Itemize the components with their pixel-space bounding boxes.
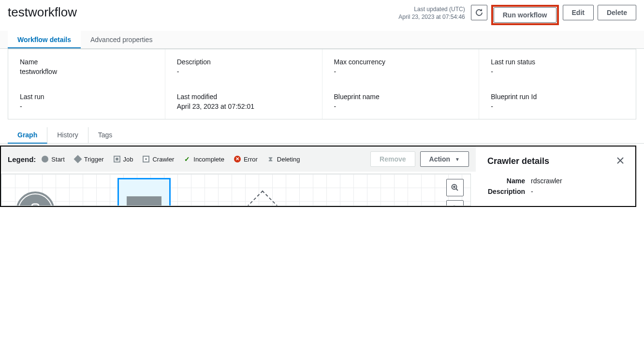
- detail-blueprintname-label: Blueprint name: [334, 93, 468, 101]
- legend-incomplete: ✓Incomplete: [184, 156, 224, 163]
- detail-maxconc-label: Max concurrency: [334, 58, 468, 66]
- last-updated: Last updated (UTC) April 23, 2023 at 07:…: [398, 5, 465, 21]
- tab-graph[interactable]: Graph: [8, 127, 47, 144]
- detail-lastrun-label: Last run: [20, 93, 153, 101]
- start-icon: [42, 156, 48, 162]
- zoom-out-button[interactable]: [446, 200, 464, 206]
- crawler-icon: [143, 156, 149, 162]
- page-title: testworkflow: [8, 5, 398, 20]
- legend-deleting: ⧗Deleting: [267, 156, 300, 163]
- hourglass-icon: ⧗: [267, 156, 274, 162]
- svg-point-4: [452, 206, 457, 206]
- zoom-in-icon: [451, 184, 459, 191]
- delete-button[interactable]: Delete: [598, 5, 636, 20]
- edit-button[interactable]: Edit: [563, 5, 594, 20]
- detail-name-label: Name: [20, 58, 153, 66]
- close-icon: [617, 157, 624, 164]
- zoom-in-button[interactable]: [446, 179, 464, 196]
- detail-blueprintrunid-label: Blueprint run Id: [491, 93, 624, 101]
- action-button[interactable]: Action▼: [420, 151, 469, 167]
- run-workflow-highlight: Run workflow: [491, 5, 559, 25]
- legend: Legend: Start Trigger Job Crawler ✓Incom…: [1, 147, 476, 172]
- crawler-details-panel: Crawler details Name rdscrawler Descript…: [476, 147, 635, 206]
- detail-blueprintname-value: -: [334, 103, 468, 110]
- detail-blueprintrunid-value: -: [491, 103, 624, 110]
- error-icon: ✕: [234, 156, 241, 162]
- details-panel: Name testworkflow Description - Max conc…: [8, 49, 636, 119]
- legend-job: Job: [114, 156, 133, 163]
- remove-button: Remove: [370, 151, 415, 167]
- detail-description-value: -: [177, 68, 310, 75]
- caret-down-icon: ▼: [455, 157, 460, 162]
- legend-label: Legend:: [8, 155, 36, 163]
- svg-line-1: [456, 189, 458, 191]
- node-add-trigger[interactable]: Add trigger: [238, 198, 287, 206]
- graph-container: Legend: Start Trigger Job Crawler ✓Incom…: [0, 146, 636, 207]
- detail-lastmodified-label: Last modified: [177, 93, 310, 101]
- detail-lastmodified-value: April 23, 2023 at 07:52:01: [177, 103, 310, 110]
- side-description-value: -: [531, 188, 626, 195]
- detail-lastrun-value: -: [20, 103, 153, 110]
- spider-icon: [134, 204, 154, 206]
- side-name-value: rdscrawler: [531, 177, 626, 185]
- refresh-icon: [475, 9, 483, 16]
- node-crawler-selected[interactable]: rdscrawler: [117, 178, 171, 206]
- tab-tags[interactable]: Tags: [88, 127, 122, 143]
- tab-history[interactable]: History: [47, 127, 88, 143]
- main-tabs: Workflow details Advanced properties: [0, 31, 644, 49]
- node-start-trigger[interactable]: startworkflowtrigger: [6, 193, 64, 206]
- job-icon: [114, 156, 120, 162]
- run-workflow-button[interactable]: Run workflow: [494, 7, 556, 23]
- detail-lastrunstatus-value: -: [491, 68, 624, 75]
- legend-start: Start: [42, 156, 64, 163]
- zoom-out-icon: [451, 205, 459, 206]
- tab-workflow-details[interactable]: Workflow details: [8, 31, 81, 48]
- legend-error: ✕Error: [234, 156, 258, 163]
- legend-crawler: Crawler: [143, 156, 174, 163]
- traffic-light-icon: [27, 203, 44, 206]
- tab-advanced-properties[interactable]: Advanced properties: [81, 31, 162, 48]
- detail-maxconc-value: -: [334, 68, 468, 75]
- detail-description-label: Description: [177, 58, 310, 66]
- detail-lastrunstatus-label: Last run status: [491, 58, 624, 66]
- svg-rect-7: [32, 204, 39, 206]
- close-button[interactable]: [615, 154, 626, 168]
- trigger-icon: [73, 155, 82, 163]
- check-icon: ✓: [184, 156, 190, 162]
- detail-name-value: testworkflow: [20, 68, 153, 75]
- side-description-label: Description: [487, 188, 531, 195]
- side-panel-title: Crawler details: [487, 156, 615, 166]
- refresh-button[interactable]: [471, 5, 487, 20]
- legend-trigger: Trigger: [74, 156, 104, 163]
- graph-canvas[interactable]: startworkflowtrigger rdscrawler Add trig…: [1, 174, 471, 206]
- side-name-label: Name: [487, 177, 531, 185]
- graph-tabs: Graph History Tags: [0, 127, 644, 144]
